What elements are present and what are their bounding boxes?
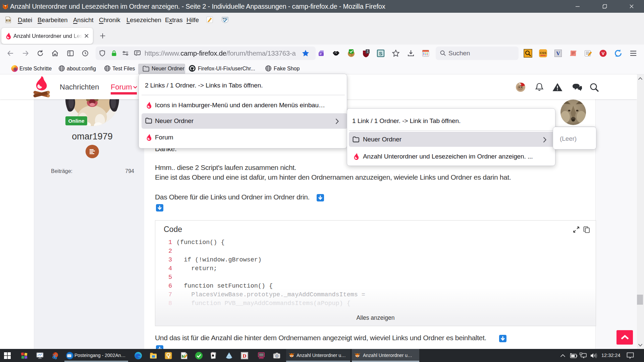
svg-text:CSS: CSS	[540, 51, 546, 55]
svg-text:S: S	[379, 51, 382, 56]
svg-text:V: V	[601, 51, 604, 56]
svg-text:D: D	[243, 353, 247, 359]
svg-text:1: 1	[367, 50, 369, 53]
svg-text:A: A	[212, 353, 213, 355]
svg-text:V: V	[556, 51, 560, 56]
svg-text:ZIP: ZIP	[7, 19, 10, 21]
